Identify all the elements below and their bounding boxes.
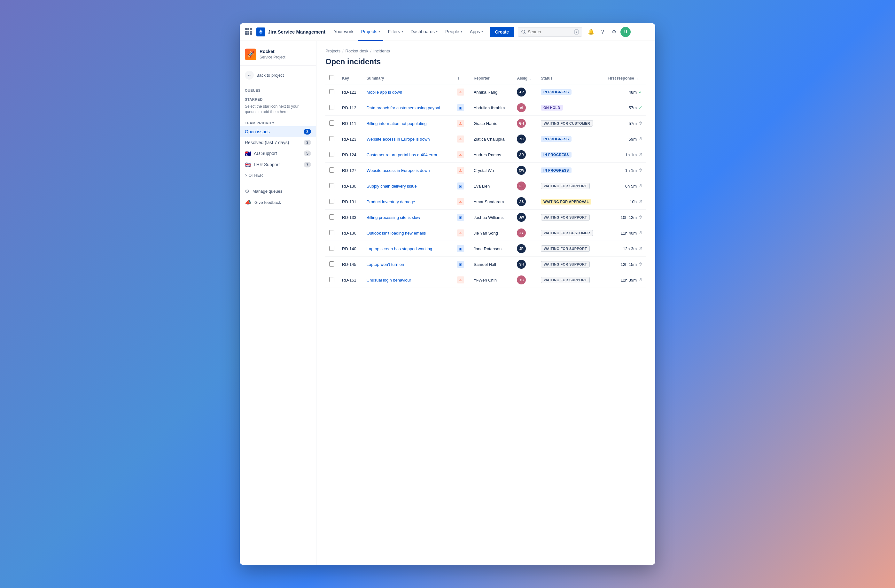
row-checkbox[interactable] <box>329 214 334 220</box>
search-shortcut: / <box>574 29 578 35</box>
status-badge: WAITING FOR SUPPORT <box>541 214 590 220</box>
svg-text:⚠: ⚠ <box>459 200 462 203</box>
time-value: 48m <box>629 90 637 95</box>
issue-summary-link[interactable]: Product inventory damage <box>367 199 415 204</box>
nav-apps[interactable]: Apps ▾ <box>467 23 486 41</box>
row-checkbox[interactable] <box>329 120 334 126</box>
sidebar-item-open-issues[interactable]: Open issues 2 <box>240 126 316 137</box>
sidebar-other[interactable]: > OTHER <box>240 170 316 180</box>
search-box[interactable]: / <box>518 27 582 37</box>
app-switcher-icon[interactable] <box>245 28 253 36</box>
issue-summary-link[interactable]: Laptop won't turn on <box>367 262 404 267</box>
settings-button[interactable]: ⚙ <box>609 27 619 37</box>
issue-summary-link[interactable]: Data breach for customers using paypal <box>367 105 440 110</box>
open-issues-badge: 2 <box>304 129 311 135</box>
row-checkbox[interactable] <box>329 230 334 235</box>
issue-summary-link[interactable]: Billing information not populating <box>367 121 427 126</box>
nav-projects[interactable]: Projects ▾ <box>358 23 384 41</box>
issue-key: RD-113 <box>338 100 363 116</box>
app-window: Jira Service Management Your work Projec… <box>240 23 655 565</box>
issue-reporter: Jane Rotanson <box>470 241 513 257</box>
status-badge: WAITING FOR SUPPORT <box>541 246 590 252</box>
time-cell: 1h 1m ⏱ <box>608 168 642 173</box>
time-value: 1h 1m <box>625 152 637 157</box>
nav-dashboards[interactable]: Dashboards ▾ <box>408 23 441 41</box>
table-row: RD-124 Customer return portal has a 404 … <box>325 147 646 163</box>
col-summary: Summary <box>363 73 453 84</box>
issue-key: RD-130 <box>338 178 363 194</box>
col-first-response[interactable]: First response ↑ <box>604 73 646 84</box>
breadcrumb-projects[interactable]: Projects <box>325 48 340 53</box>
row-checkbox[interactable] <box>329 183 334 188</box>
svg-text:⚠: ⚠ <box>459 91 462 94</box>
time-value: 10h <box>630 199 637 204</box>
issue-reporter: Eva Lien <box>470 178 513 194</box>
row-checkbox[interactable] <box>329 199 334 204</box>
status-badge: IN PROGRESS <box>541 89 572 95</box>
filters-chevron-icon: ▾ <box>402 30 403 33</box>
issue-key: RD-151 <box>338 272 363 288</box>
assignee-avatar: AI <box>517 103 526 112</box>
nav-people[interactable]: People ▾ <box>442 23 466 41</box>
col-assignee: Assig... <box>513 73 537 84</box>
row-checkbox[interactable] <box>329 246 334 251</box>
user-avatar[interactable]: U <box>620 27 631 37</box>
sidebar-item-resolved[interactable]: Resolved (last 7 days) 3 <box>240 137 316 148</box>
issue-summary-link[interactable]: Billing processing site is slow <box>367 215 420 220</box>
create-button[interactable]: Create <box>490 27 514 37</box>
issue-type-icon: ⚠ <box>457 276 464 283</box>
svg-text:⚠: ⚠ <box>459 231 462 235</box>
svg-text:⚠: ⚠ <box>459 122 462 125</box>
nav-filters[interactable]: Filters ▾ <box>385 23 406 41</box>
issue-type-icon: ▣ <box>457 104 464 111</box>
table-row: RD-111 Billing information not populatin… <box>325 116 646 131</box>
row-checkbox[interactable] <box>329 167 334 173</box>
breadcrumb-incidents: Incidents <box>373 48 390 53</box>
issue-summary-link[interactable]: Website access in Europe is down <box>367 168 430 173</box>
issue-reporter: Yi-Wen Chin <box>470 272 513 288</box>
row-checkbox[interactable] <box>329 261 334 267</box>
select-all-checkbox[interactable] <box>329 75 334 80</box>
help-button[interactable]: ? <box>598 27 608 37</box>
back-to-project-button[interactable]: ← Back to project <box>240 68 316 82</box>
time-check-icon: ✓ <box>639 89 642 95</box>
issue-summary-link[interactable]: Outlook isn't loading new emails <box>367 231 426 235</box>
assignee-avatar: SH <box>517 260 526 269</box>
issue-type-icon: ▣ <box>457 214 464 221</box>
sidebar-item-lhr-support[interactable]: 🇬🇧 LHR Support 7 <box>240 159 316 170</box>
issue-summary-link[interactable]: Unusual login behaviour <box>367 278 411 282</box>
apps-chevron-icon: ▾ <box>481 30 483 33</box>
nav-your-work[interactable]: Your work <box>331 23 357 41</box>
issue-type-icon: ⚠ <box>457 198 464 205</box>
row-checkbox[interactable] <box>329 136 334 141</box>
issue-summary-link[interactable]: Customer return portal has a 404 error <box>367 152 438 157</box>
assignee-avatar: EL <box>517 182 526 191</box>
notifications-button[interactable]: 🔔 <box>586 27 596 37</box>
issue-summary-link[interactable]: Laptop screen has stopped working <box>367 246 432 251</box>
time-cell: 59m ⏱ <box>608 137 642 142</box>
project-name: Rocket <box>259 49 285 54</box>
row-checkbox[interactable] <box>329 277 334 282</box>
issue-summary-link[interactable]: Website access in Europe is down <box>367 137 430 142</box>
main-layout: 🚀 Rocket Service Project ← Back to proje… <box>240 41 655 565</box>
time-cell: 11h 40m ⏱ <box>608 231 642 235</box>
give-feedback-button[interactable]: 📣 Give feedback <box>240 197 316 208</box>
manage-queues-button[interactable]: ⚙ Manage queues <box>240 186 316 197</box>
row-checkbox[interactable] <box>329 105 334 110</box>
time-value: 12h 15m <box>620 262 637 267</box>
status-badge: WAITING FOR APPROVAL <box>541 199 591 205</box>
time-value: 1h 1m <box>625 168 637 173</box>
assignee-avatar: ZC <box>517 135 526 144</box>
issue-summary-link[interactable]: Supply chain delivery issue <box>367 184 417 189</box>
status-badge: WAITING FOR CUSTOMER <box>541 120 593 127</box>
row-checkbox[interactable] <box>329 152 334 157</box>
issue-type-icon: ▣ <box>457 245 464 252</box>
sidebar-item-au-support[interactable]: 🇦🇺 AU Support 5 <box>240 148 316 159</box>
issue-summary-link[interactable]: Mobile app is down <box>367 90 402 95</box>
topnav-icons: 🔔 ? ⚙ U <box>586 27 631 37</box>
row-checkbox[interactable] <box>329 89 334 94</box>
svg-text:▣: ▣ <box>459 106 462 110</box>
breadcrumb-rocket-desk[interactable]: Rocket desk <box>346 48 369 53</box>
search-input[interactable] <box>528 29 572 34</box>
col-type: T <box>453 73 470 84</box>
